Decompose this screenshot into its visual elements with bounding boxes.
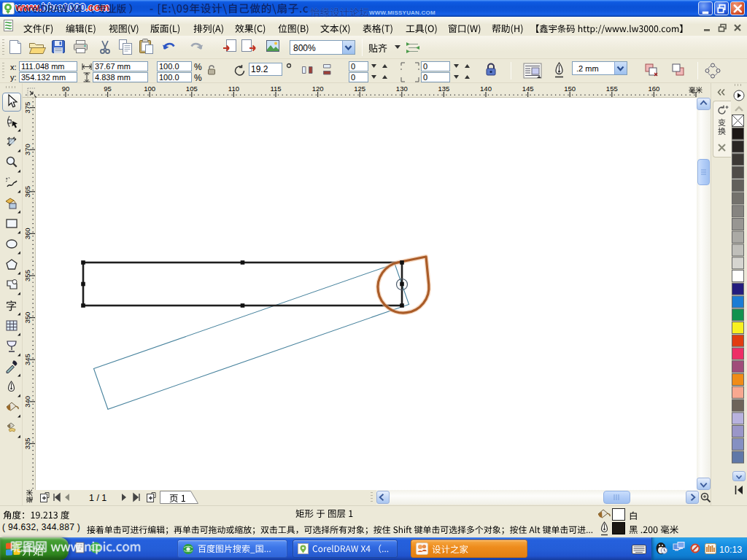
svg-text:1 / 1: 1 / 1 — [89, 493, 107, 503]
svg-text:105: 105 — [186, 85, 198, 93]
svg-text:135: 135 — [438, 85, 449, 93]
svg-text:370: 370 — [23, 144, 31, 155]
svg-text:335: 335 — [23, 438, 31, 449]
svg-text:160: 160 — [648, 85, 659, 93]
svg-text:365: 365 — [23, 186, 31, 198]
svg-text:155: 155 — [606, 85, 618, 93]
svg-text:140: 140 — [480, 85, 492, 93]
svg-text:130: 130 — [396, 85, 408, 93]
svg-text:345: 345 — [23, 354, 31, 365]
svg-text:95: 95 — [104, 85, 112, 93]
svg-text:125: 125 — [354, 85, 365, 93]
svg-text:120: 120 — [312, 85, 324, 93]
svg-text:150: 150 — [564, 85, 576, 93]
svg-text:110: 110 — [228, 85, 239, 93]
svg-text:115: 115 — [270, 85, 281, 93]
svg-text:90: 90 — [62, 85, 70, 93]
svg-text:350: 350 — [23, 312, 31, 324]
svg-text:340: 340 — [23, 396, 31, 408]
svg-text:360: 360 — [23, 228, 31, 239]
svg-text:375: 375 — [23, 102, 31, 114]
svg-text:100: 100 — [144, 85, 155, 93]
svg-text:145: 145 — [522, 85, 534, 93]
svg-text:355: 355 — [23, 270, 31, 281]
